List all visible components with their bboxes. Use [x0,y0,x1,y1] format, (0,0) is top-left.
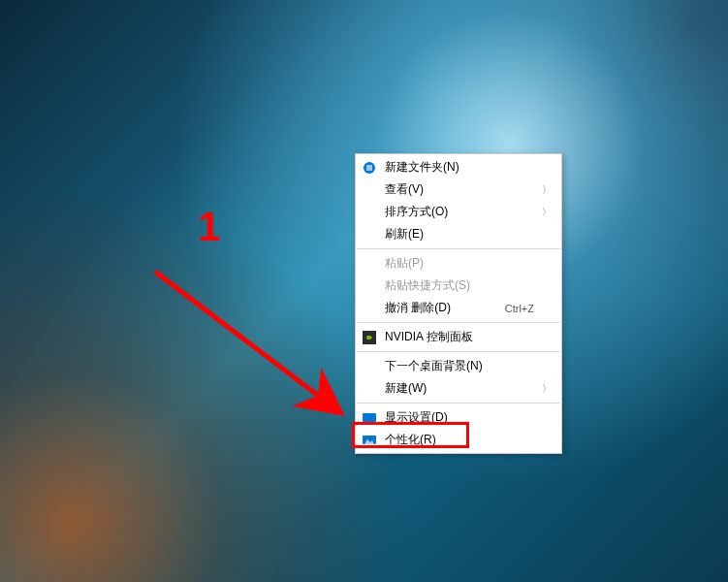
menu-label: 显示设置(D) [385,409,534,426]
menu-label: 个性化(R) [385,432,534,448]
menu-label: 粘贴(P) [385,255,534,272]
desktop-context-menu: 新建文件夹(N) 查看(V) 〉 排序方式(O) 〉 刷新(E) 粘贴(P) 粘… [355,153,562,454]
desktop-wallpaper[interactable]: 新建文件夹(N) 查看(V) 〉 排序方式(O) 〉 刷新(E) 粘贴(P) 粘… [0,0,728,582]
chevron-right-icon: 〉 [542,206,552,219]
nvidia-icon [362,330,377,345]
menu-item-undo-delete[interactable]: 撤消 删除(D) Ctrl+Z [356,297,561,319]
menu-label: NVIDIA 控制面板 [385,329,534,345]
menu-item-new-folder[interactable]: 新建文件夹(N) [356,156,561,178]
menu-label: 下一个桌面背景(N) [385,358,534,374]
menu-item-personalize[interactable]: 个性化(R) [356,429,561,451]
chevron-right-icon: 〉 [542,382,552,396]
menu-separator [357,403,560,404]
personalize-icon [362,433,377,448]
menu-separator [357,248,560,249]
menu-label: 刷新(E) [385,226,534,242]
svg-line-6 [155,272,341,413]
menu-separator [357,322,560,323]
chevron-right-icon: 〉 [542,183,552,197]
svg-rect-1 [366,165,372,171]
menu-label: 查看(V) [385,181,534,198]
menu-label: 新建文件夹(N) [385,159,534,176]
menu-item-paste-shortcut: 粘贴快捷方式(S) [356,275,561,297]
menu-item-paste: 粘贴(P) [356,252,561,275]
annotation-number: 1 [198,204,220,250]
menu-label: 排序方式(O) [385,204,534,220]
monitor-icon [362,160,377,176]
menu-item-sort[interactable]: 排序方式(O) 〉 [356,201,561,223]
menu-item-view[interactable]: 查看(V) 〉 [356,178,561,201]
svg-rect-3 [363,413,376,422]
menu-label: 新建(W) [385,380,534,397]
menu-item-refresh[interactable]: 刷新(E) [356,223,561,245]
menu-item-new[interactable]: 新建(W) 〉 [356,377,561,400]
menu-item-next-wallpaper[interactable]: 下一个桌面背景(N) [356,355,561,377]
menu-item-display-settings[interactable]: 显示设置(D) [356,406,561,429]
svg-rect-4 [366,423,372,425]
menu-label: 粘贴快捷方式(S) [385,277,534,294]
menu-shortcut: Ctrl+Z [505,303,534,314]
display-icon [362,410,377,426]
menu-label: 撤消 删除(D) [385,300,505,316]
menu-item-nvidia[interactable]: NVIDIA 控制面板 [356,326,561,348]
menu-separator [357,351,560,352]
